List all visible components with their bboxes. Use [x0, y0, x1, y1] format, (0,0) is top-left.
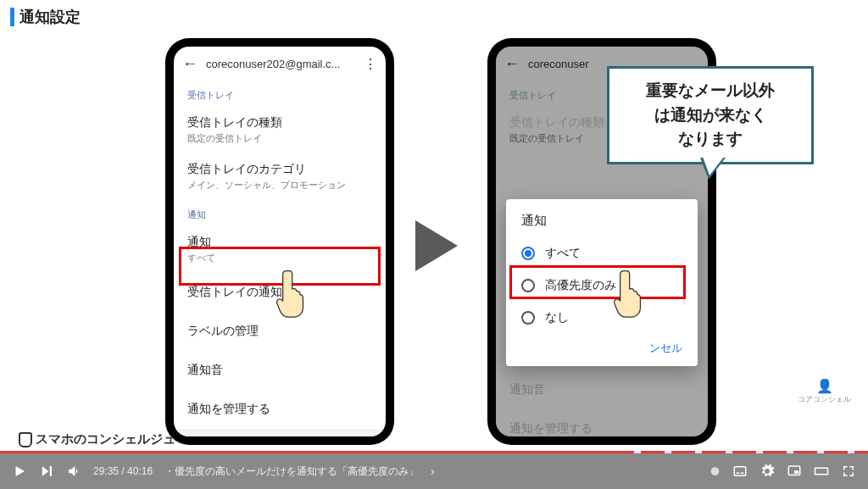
brand-label: コアコンシェル [798, 394, 851, 405]
phone-mockup-left: ← coreconuser202@gmail.c... ⋮ 受信トレイ 受信トレ… [165, 38, 394, 445]
radio-option-none[interactable]: なし [513, 302, 691, 334]
title-accent-bar [10, 8, 14, 26]
autoplay-toggle[interactable] [698, 464, 721, 479]
pointing-hand-icon [276, 268, 305, 319]
subtitles-button[interactable] [732, 464, 748, 479]
svg-rect-6 [794, 470, 798, 474]
row-title: 受信トレイの種類 [187, 115, 372, 131]
shield-icon [19, 432, 32, 447]
chapter-title[interactable]: ・優先度の高いメールだけを通知する「高優先度のみ」 [164, 464, 419, 479]
setting-sound[interactable]: 通知音 [174, 351, 386, 390]
concierge-icon: 👤 [798, 378, 851, 394]
theater-mode-button[interactable] [814, 464, 829, 479]
explanation-callout: 重要なメール以外 は通知が来なく なります [607, 66, 814, 164]
section-general: 全般 [174, 429, 386, 436]
row-subtitle: メイン、ソーシャル、プロモーション [187, 179, 372, 192]
settings-button[interactable] [760, 464, 775, 479]
radio-label: なし [545, 310, 569, 325]
arrow-right-icon [415, 220, 458, 271]
setting-manage-notif[interactable]: 通知を管理する [496, 409, 708, 436]
setting-manage-notif[interactable]: 通知を管理する [174, 390, 386, 429]
row-subtitle: 既定の受信トレイ [187, 132, 372, 145]
dialog-title: 通知 [513, 213, 691, 237]
setting-inbox-category[interactable]: 受信トレイのカテゴリ メイン、ソーシャル、プロモーション [174, 153, 386, 200]
video-controls: 29:35 / 40:16 ・優先度の高いメールだけを通知する「高優先度のみ」 … [0, 453, 868, 489]
footer-brand: スマホのコンシェルジュ [19, 431, 175, 447]
svg-point-1 [711, 467, 720, 475]
play-button[interactable] [12, 464, 27, 479]
fullscreen-button[interactable] [841, 464, 856, 479]
setting-inbox-type[interactable]: 受信トレイの種類 既定の受信トレイ [174, 107, 386, 153]
phone-screen-left: ← coreconuser202@gmail.c... ⋮ 受信トレイ 受信トレ… [174, 47, 386, 436]
app-header: ← coreconuser202@gmail.c... ⋮ [174, 47, 386, 81]
callout-tail-icon [700, 158, 726, 180]
brand-text: スマホのコンシェルジュ [36, 431, 175, 447]
svg-rect-7 [815, 468, 828, 475]
brand-logo-right: 👤 コアコンシェル [798, 378, 851, 405]
section-notif-label: 通知 [174, 200, 386, 226]
row-title: 受信トレイのカテゴリ [187, 162, 372, 177]
dialog-cancel-button[interactable]: ンセル [513, 334, 691, 359]
svg-rect-4 [741, 473, 744, 475]
radio-icon [521, 247, 535, 260]
notification-dialog: 通知 すべて 高優先度のみ なし ンセル [506, 199, 698, 366]
next-button[interactable] [39, 464, 54, 479]
more-menu-icon[interactable]: ⋮ [364, 56, 377, 72]
svg-rect-2 [734, 467, 746, 476]
account-email: coreconuser202@gmail.c... [206, 58, 355, 70]
callout-line: は通知が来なく [618, 103, 803, 128]
back-arrow-icon[interactable]: ← [182, 55, 198, 73]
radio-label: すべて [545, 246, 581, 261]
video-stage: 通知設定 ← coreconuser202@gmail.c... ⋮ 受信トレイ… [0, 0, 868, 458]
callout-line: 重要なメール以外 [618, 79, 803, 103]
highlight-box [509, 265, 686, 299]
setting-sound[interactable]: 通知音 [496, 370, 708, 409]
slide-title: 通知設定 [10, 7, 81, 27]
volume-button[interactable] [66, 464, 81, 479]
callout-line: なります [618, 127, 803, 152]
back-arrow-icon[interactable]: ← [504, 55, 520, 73]
svg-rect-3 [737, 473, 740, 475]
section-inbox-label: 受信トレイ [174, 81, 386, 107]
pointing-hand-icon [614, 268, 643, 319]
chevron-right-icon[interactable]: › [431, 464, 435, 478]
radio-icon [521, 311, 535, 325]
time-display: 29:35 / 40:16 [93, 465, 153, 477]
title-text: 通知設定 [19, 7, 81, 27]
miniplayer-button[interactable] [787, 464, 802, 479]
